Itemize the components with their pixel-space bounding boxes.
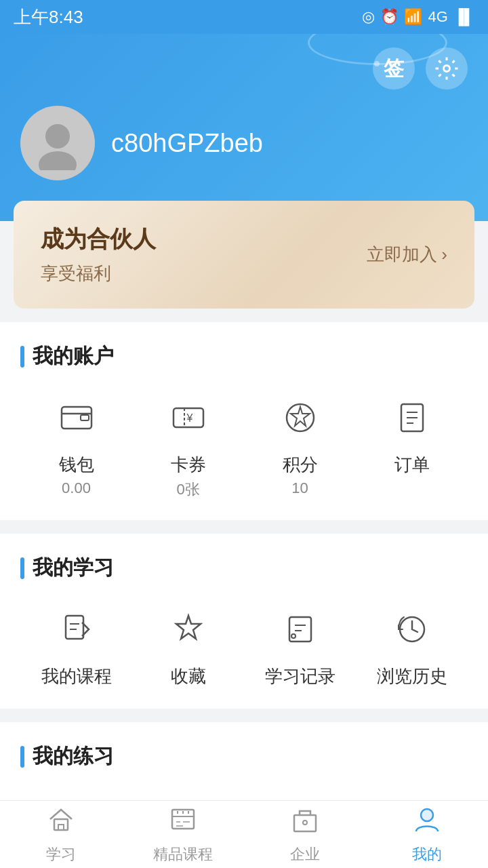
learning-collect-label: 收藏: [171, 665, 206, 688]
clock-icon: ⏰: [380, 8, 399, 26]
alarm-icon: ◎: [362, 8, 375, 26]
wallet-label: 钱包: [59, 453, 94, 477]
my-practice-title: 我的练习: [20, 743, 468, 770]
battery-icon: ▐▌: [453, 8, 474, 26]
learning-collect-item[interactable]: 收藏: [144, 602, 232, 688]
nav-boutique-label: 精品课程: [153, 844, 213, 865]
partner-title: 成为合伙人: [41, 224, 156, 255]
points-value: 10: [291, 479, 308, 497]
partner-subtitle: 享受福利: [41, 262, 156, 285]
nav-company[interactable]: 企业: [244, 804, 366, 865]
partner-join-button[interactable]: 立即加入 ›: [367, 243, 447, 267]
avatar[interactable]: [20, 106, 95, 180]
status-time: 上午8:43: [14, 5, 83, 29]
svg-point-2: [39, 151, 77, 170]
company-icon: [290, 804, 320, 840]
header-actions: 签: [20, 47, 468, 90]
account-icon-grid: 钱包 0.00 ¥ 卡券 0张 积分 10: [20, 391, 468, 513]
svg-rect-3: [62, 407, 92, 429]
my-learning-section: 我的学习 我的课程 收藏: [0, 534, 488, 709]
svg-point-1: [45, 124, 70, 149]
browse-history-label: 浏览历史: [377, 665, 447, 688]
my-account-title: 我的账户: [20, 342, 468, 370]
svg-point-11: [291, 634, 296, 638]
points-item[interactable]: 积分 10: [256, 391, 344, 500]
points-icon: [273, 391, 327, 445]
profile-row: c80hGPZbeb: [20, 106, 468, 180]
avatar-icon: [30, 116, 85, 170]
svg-point-23: [421, 809, 433, 821]
my-learning-title: 我的学习: [20, 554, 468, 582]
nav-study-label: 学习: [46, 844, 76, 865]
nav-boutique[interactable]: 精品课程: [122, 804, 244, 865]
bottom-nav: 学习 精品课程 企业: [0, 800, 488, 868]
coupon-icon: ¥: [161, 391, 216, 445]
join-label: 立即加入: [367, 243, 437, 267]
status-bar: 上午8:43 ◎ ⏰ 📶 4G ▐▌: [0, 0, 488, 34]
svg-point-0: [444, 66, 450, 72]
status-icons: ◎ ⏰ 📶 4G ▐▌: [362, 8, 474, 26]
learning-icon-grid: 我的课程 收藏 学习记录: [20, 602, 468, 702]
star-icon: [161, 602, 216, 656]
svg-rect-20: [294, 815, 316, 831]
course-label: 我的课程: [41, 665, 112, 688]
my-account-section: 我的账户 钱包 0.00 ¥ 卡券 0: [0, 322, 488, 520]
study-record-item[interactable]: 学习记录: [256, 602, 344, 688]
browse-history-item[interactable]: 浏览历史: [368, 602, 456, 688]
svg-text:¥: ¥: [186, 412, 192, 424]
partner-card[interactable]: 成为合伙人 享受福利 立即加入 ›: [14, 201, 474, 309]
settings-button[interactable]: [426, 47, 468, 90]
home-icon: [46, 804, 76, 840]
sign-in-button[interactable]: 签: [373, 47, 415, 90]
mine-icon: [412, 804, 442, 840]
username-label: c80hGPZbeb: [111, 129, 263, 158]
svg-point-21: [303, 821, 307, 825]
sign-in-icon: 签: [384, 55, 404, 83]
nav-study[interactable]: 学习: [0, 804, 122, 865]
order-item[interactable]: 订单: [368, 391, 456, 500]
nav-company-label: 企业: [290, 844, 320, 865]
order-label: 订单: [394, 453, 430, 477]
course-icon: [49, 602, 104, 656]
join-arrow-icon: ›: [441, 244, 447, 265]
svg-rect-9: [66, 616, 83, 639]
signal-icon: 📶: [404, 8, 422, 26]
header-bg: 签 c80hGPZbeb: [0, 34, 488, 221]
gear-icon: [434, 56, 459, 81]
order-icon: [385, 391, 439, 445]
svg-rect-4: [81, 415, 89, 420]
partner-text: 成为合伙人 享受福利: [41, 224, 156, 285]
record-icon: [273, 602, 327, 656]
network-label: 4G: [428, 8, 447, 26]
coupon-label: 卡券: [171, 453, 206, 477]
nav-mine[interactable]: 我的: [366, 804, 488, 865]
nav-mine-label: 我的: [412, 844, 442, 865]
coupon-item[interactable]: ¥ 卡券 0张: [144, 391, 232, 500]
coupon-value: 0张: [176, 479, 199, 500]
points-label: 积分: [283, 453, 318, 477]
my-course-item[interactable]: 我的课程: [33, 602, 121, 688]
history-icon: [385, 602, 439, 656]
wallet-value: 0.00: [62, 479, 91, 497]
wallet-item[interactable]: 钱包 0.00: [33, 391, 121, 500]
boutique-icon: [168, 804, 198, 840]
wallet-icon: [49, 391, 104, 445]
study-record-label: 学习记录: [265, 665, 336, 688]
